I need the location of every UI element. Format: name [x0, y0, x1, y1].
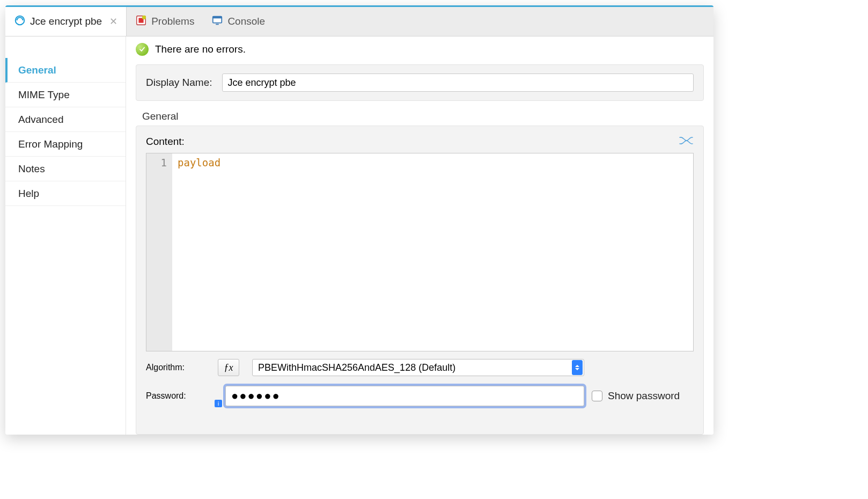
- success-check-icon: [136, 43, 149, 56]
- password-wrapper: i: [218, 386, 584, 406]
- general-panel: Content: 1 payload: [136, 126, 704, 435]
- tab-console[interactable]: Console: [203, 7, 274, 36]
- status-row: There are no errors.: [126, 36, 713, 62]
- show-password-checkbox[interactable]: [592, 391, 602, 401]
- code-editor[interactable]: 1 payload: [146, 153, 694, 351]
- line-number: 1: [146, 157, 167, 168]
- sidebar-item-label: Notes: [18, 163, 45, 175]
- editor-gutter: 1: [146, 153, 172, 351]
- close-icon[interactable]: ✕: [109, 16, 117, 27]
- content-header: Content:: [146, 135, 694, 149]
- tab-jce-encrypt[interactable]: Jce encrypt pbe ✕: [5, 7, 127, 36]
- fx-button[interactable]: ƒx: [218, 359, 239, 376]
- content-label: Content:: [146, 136, 185, 148]
- sidebar-item-label: Help: [18, 188, 39, 200]
- tab-label: Jce encrypt pbe: [30, 16, 102, 27]
- dataweave-flow-icon[interactable]: [679, 135, 694, 149]
- display-name-block: Display Name:: [136, 64, 704, 101]
- main-panel: There are no errors. Display Name: Gener…: [126, 36, 713, 435]
- info-icon: i: [215, 400, 222, 407]
- svg-point-3: [142, 15, 146, 19]
- config-window: Jce encrypt pbe ✕ Problems Conso: [5, 5, 713, 435]
- tab-problems[interactable]: Problems: [127, 7, 203, 36]
- sidebar-item-general[interactable]: General: [5, 58, 126, 83]
- algorithm-select[interactable]: PBEWithHmacSHA256AndAES_128 (Default): [252, 359, 584, 376]
- content-area: General MIME Type Advanced Error Mapping…: [5, 36, 713, 435]
- sidebar-item-error-mapping[interactable]: Error Mapping: [5, 132, 126, 157]
- show-password-label: Show password: [608, 390, 680, 402]
- password-label: Password:: [146, 391, 210, 401]
- sidebar: General MIME Type Advanced Error Mapping…: [5, 36, 126, 435]
- form-grid: Algorithm: ƒx PBEWithHmacSHA256AndAES_12…: [146, 359, 694, 406]
- sidebar-item-label: Advanced: [18, 114, 64, 126]
- fx-label: ƒx: [224, 362, 233, 373]
- sidebar-item-advanced[interactable]: Advanced: [5, 107, 126, 132]
- algorithm-label: Algorithm:: [146, 363, 210, 372]
- sidebar-item-label: MIME Type: [18, 89, 70, 101]
- algorithm-value: PBEWithHmacSHA256AndAES_128 (Default): [258, 362, 455, 373]
- chevron-up-down-icon: [572, 360, 583, 375]
- problems-icon: [135, 14, 147, 29]
- sidebar-item-label: Error Mapping: [18, 138, 83, 150]
- sidebar-item-mime-type[interactable]: MIME Type: [5, 83, 126, 107]
- sidebar-item-label: General: [18, 64, 56, 76]
- console-icon: [211, 14, 223, 29]
- status-message: There are no errors.: [155, 43, 246, 55]
- tab-label: Console: [227, 16, 265, 27]
- sidebar-item-notes[interactable]: Notes: [5, 157, 126, 181]
- sidebar-item-help[interactable]: Help: [5, 181, 126, 206]
- tab-bar: Jce encrypt pbe ✕ Problems Conso: [5, 5, 713, 36]
- mule-icon: [14, 14, 26, 29]
- svg-rect-6: [216, 24, 219, 25]
- password-input[interactable]: [225, 386, 584, 406]
- section-title: General: [142, 111, 713, 122]
- show-password-toggle[interactable]: Show password: [592, 390, 694, 402]
- editor-code[interactable]: payload: [172, 153, 226, 351]
- display-name-input[interactable]: [222, 74, 694, 92]
- svg-rect-5: [213, 16, 222, 18]
- code-token: payload: [178, 157, 220, 168]
- tab-label: Problems: [151, 16, 194, 27]
- display-name-label: Display Name:: [146, 77, 212, 89]
